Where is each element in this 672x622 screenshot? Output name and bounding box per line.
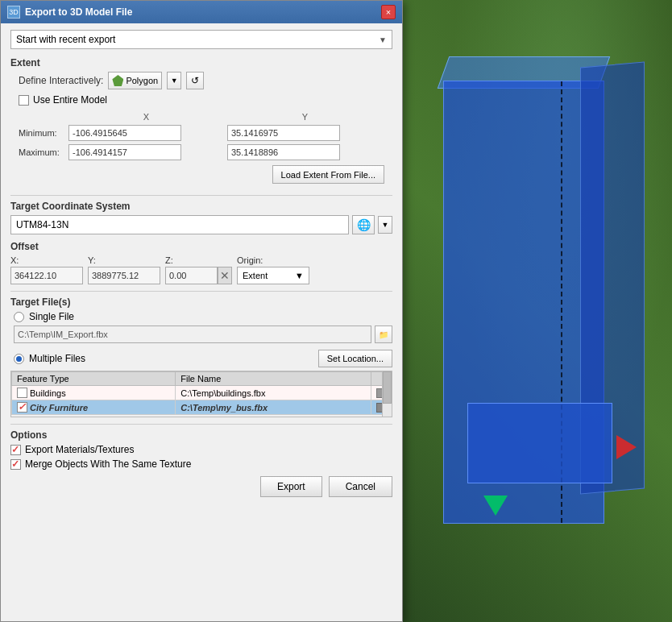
export-materials-label: Export Materials/Textures <box>25 444 134 455</box>
multiple-files-row: Multiple Files Set Location... <box>10 350 392 367</box>
buildings-row-checkbox[interactable] <box>17 388 27 398</box>
multiple-files-label: Multiple Files <box>29 353 85 364</box>
offset-section-label: Offset <box>10 241 392 252</box>
single-file-row: Single File <box>10 311 392 322</box>
min-y-input[interactable] <box>227 125 340 141</box>
cancel-button[interactable]: Cancel <box>329 476 392 497</box>
city-row-checkbox[interactable] <box>17 402 27 413</box>
dialog-title: Export to 3D Model File <box>25 6 132 18</box>
polygon-label: Polygon <box>126 76 158 85</box>
maximum-label: Maximum: <box>19 143 67 162</box>
arrow-down-icon <box>483 496 508 516</box>
multiple-files-radio[interactable] <box>14 354 24 364</box>
offset-y-field: Y: <box>88 255 160 284</box>
load-extent-button[interactable]: Load Extent From File... <box>272 165 384 184</box>
origin-dropdown-arrow: ▼ <box>295 271 304 280</box>
use-entire-model-row: Use Entire Model <box>10 94 392 106</box>
browse-single-file-button[interactable]: 📁 <box>375 326 392 343</box>
close-button[interactable]: × <box>381 5 396 19</box>
y-header: Y <box>226 112 384 123</box>
scrollbar-thumb[interactable] <box>383 371 392 404</box>
file-name-header: File Name <box>176 372 371 386</box>
offset-y-label: Y: <box>88 255 160 265</box>
3d-scene <box>403 0 672 622</box>
coord-system-section-label: Target Coordinate System <box>10 201 392 212</box>
coord-system-input[interactable] <box>10 215 349 234</box>
recent-export-dropdown[interactable]: Start with recent export ▼ <box>10 30 392 49</box>
reset-button[interactable]: ↺ <box>186 72 204 89</box>
separator-1 <box>10 195 392 196</box>
origin-value: Extent <box>243 271 268 280</box>
globe-button[interactable]: 🌐 <box>352 215 375 234</box>
recent-export-value: Start with recent export <box>16 34 115 45</box>
use-entire-model-label: Use Entire Model <box>33 94 107 106</box>
use-entire-model-checkbox[interactable] <box>19 95 29 106</box>
offset-z-field: Z: ✕ <box>165 255 232 284</box>
origin-dropdown[interactable]: Extent ▼ <box>237 267 309 284</box>
clear-offset-button[interactable]: ✕ <box>218 267 232 284</box>
offset-x-input[interactable] <box>10 267 83 284</box>
define-interactively-row: Define Interactively: Polygon ▼ ↺ <box>10 72 392 89</box>
options-section-label: Options <box>10 429 392 441</box>
buildings-file-cell: C:\Temp\buildings.fbx <box>176 386 371 400</box>
extent-section-label: Extent <box>10 57 392 68</box>
city-file-cell: C:\Temp\my_bus.fbx <box>176 400 371 415</box>
files-table-scroll: Feature Type File Name Buildings C <box>10 371 392 417</box>
offset-y-input[interactable] <box>88 267 160 284</box>
bottom-buttons: Export Cancel <box>10 476 392 504</box>
origin-label: Origin: <box>237 255 309 265</box>
dialog-body: Start with recent export ▼ Extent Define… <box>1 23 402 621</box>
origin-field: Origin: Extent ▼ <box>237 255 309 284</box>
title-bar-left: 3D Export to 3D Model File <box>7 6 132 19</box>
merge-objects-label: Merge Objects With The Same Texture <box>25 458 191 470</box>
files-table: Feature Type File Name Buildings C <box>11 371 392 415</box>
min-x-input[interactable] <box>68 125 181 141</box>
max-x-input[interactable] <box>68 144 181 160</box>
max-y-input[interactable] <box>227 144 340 160</box>
target-files-section-label: Target File(s) <box>10 296 392 308</box>
small-object <box>467 403 612 483</box>
title-bar: 3D Export to 3D Model File × <box>1 1 402 23</box>
single-file-path-input <box>14 326 371 343</box>
export-button[interactable]: Export <box>260 476 322 497</box>
buildings-feature-label: Buildings <box>30 388 66 398</box>
offset-x-label: X: <box>10 255 83 265</box>
table-scrollbar[interactable] <box>382 371 392 417</box>
x-header: X <box>67 112 226 123</box>
city-feature-label: City Furniture <box>30 403 88 413</box>
separator-3 <box>10 424 392 425</box>
table-row: City Furniture C:\Temp\my_bus.fbx <box>12 400 392 415</box>
options-section: Export Materials/Textures Merge Objects … <box>10 444 392 470</box>
offset-z-label: Z: <box>165 255 232 265</box>
merge-objects-row: Merge Objects With The Same Texture <box>10 458 392 470</box>
single-file-input-row: 📁 <box>10 326 392 343</box>
minimum-label: Minimum: <box>19 123 67 143</box>
coord-system-row: 🌐 ▼ <box>10 215 392 234</box>
city-feature-cell: City Furniture <box>12 400 176 415</box>
set-location-button[interactable]: Set Location... <box>318 350 392 367</box>
offset-z-input[interactable] <box>165 267 218 284</box>
define-label: Define Interactively: <box>19 75 103 86</box>
single-file-radio[interactable] <box>14 312 24 322</box>
offset-x-field: X: <box>10 255 83 284</box>
arrow-right-icon <box>616 435 637 459</box>
dialog-icon: 3D <box>7 6 20 19</box>
polygon-dropdown-arrow[interactable]: ▼ <box>167 72 181 89</box>
merge-objects-checkbox[interactable] <box>10 459 21 470</box>
separator-2 <box>10 291 392 292</box>
3d-box <box>419 32 653 580</box>
dialog-window: 3D Export to 3D Model File × Start with … <box>0 0 403 622</box>
polygon-button[interactable]: Polygon <box>108 72 162 89</box>
export-materials-row: Export Materials/Textures <box>10 444 392 455</box>
export-materials-checkbox[interactable] <box>10 445 21 455</box>
feature-type-header: Feature Type <box>12 372 176 386</box>
buildings-feature-cell: Buildings <box>12 386 176 400</box>
polygon-icon <box>112 75 123 86</box>
chevron-down-icon: ▼ <box>379 35 387 44</box>
table-row: Buildings C:\Temp\buildings.fbx <box>12 386 392 400</box>
single-file-label: Single File <box>29 311 74 322</box>
offset-row: X: Y: Z: ✕ Origin: Extent ▼ <box>10 255 392 284</box>
coord-system-dropdown-arrow[interactable]: ▼ <box>378 216 392 234</box>
